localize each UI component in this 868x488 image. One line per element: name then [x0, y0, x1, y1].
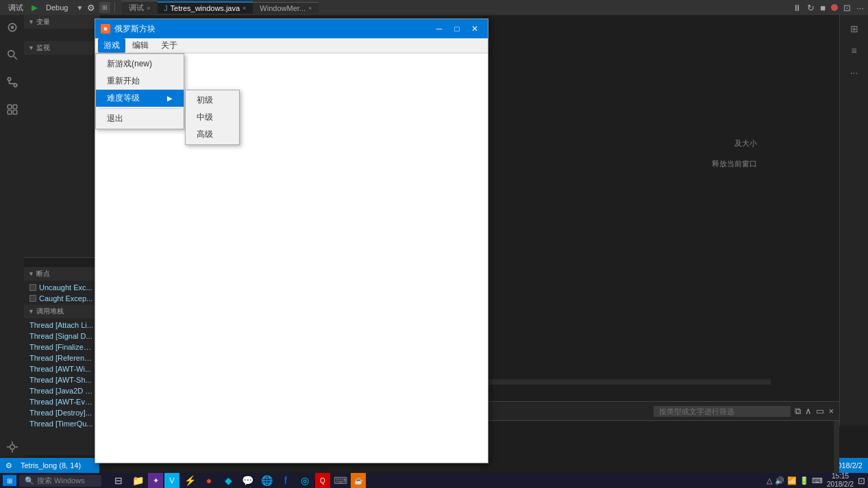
- taskbar-search[interactable]: 🔍 搜索 Windows: [19, 475, 101, 487]
- console-close-icon[interactable]: ×: [828, 406, 834, 416]
- run-button[interactable]: ▶: [32, 3, 38, 12]
- taskbar-item-explorer[interactable]: 📁: [129, 473, 147, 488]
- breakpoints-section: ▼ 断点 Uncaught Exc... Caught Excep...: [24, 267, 99, 308]
- taskbar-java-icon[interactable]: ☕: [351, 473, 366, 488]
- debug-toolbar: 调试 ▶ Debug ▼ ⚙ ⊞ 调试 × J Tetres_windows.j…: [0, 0, 868, 15]
- breakpoint-item-caught[interactable]: Caught Excep...: [24, 293, 99, 304]
- breakpoints-header[interactable]: ▼ 断点: [24, 267, 99, 281]
- debug-config-arrow[interactable]: ▼: [76, 4, 83, 12]
- tab-tetris[interactable]: J Tetres_windows.java ×: [158, 1, 253, 14]
- variables-header[interactable]: ▼ 变量: [24, 15, 99, 29]
- r-icon-1[interactable]: ⊞: [846, 21, 863, 37]
- svg-rect-8: [8, 105, 12, 109]
- taskbar-item-app11[interactable]: ⌨: [332, 473, 349, 488]
- tray-icon-2[interactable]: 🔊: [775, 476, 784, 485]
- taskbar-clock[interactable]: 15:15 2018/2/2: [827, 472, 854, 488]
- maximize-button[interactable]: □: [449, 21, 464, 36]
- stop-icon[interactable]: ■: [820, 3, 826, 13]
- taskbar-items: ⊟ 📁 ✦ V ⚡ ● ◆ 💬 🌐 f ◎ Q ⌨ ☕: [110, 473, 366, 488]
- thread-item-9[interactable]: Thread [TimerQu...: [24, 418, 99, 429]
- taskbar-item-app2[interactable]: V: [164, 473, 179, 488]
- thread-item-3[interactable]: Thread [Referenc...: [24, 352, 99, 363]
- tray-icon-1[interactable]: △: [767, 476, 772, 485]
- menu-difficulty[interactable]: 难度等级 ▶ 初级 中级 高级: [96, 90, 184, 107]
- thread-item-2[interactable]: Thread [Finalizer]...: [24, 342, 99, 352]
- r-icon-2[interactable]: ≡: [846, 42, 863, 59]
- console-scrollbar[interactable]: [834, 421, 839, 474]
- svg-rect-10: [8, 110, 12, 114]
- taskbar-item-app6[interactable]: 💬: [238, 473, 256, 488]
- callstack-arrow: ▼: [28, 308, 34, 315]
- tray-icon-4[interactable]: 🔋: [799, 476, 809, 485]
- thread-item-6[interactable]: Thread [Java2D D...: [24, 385, 99, 396]
- submenu-medium[interactable]: 中级: [186, 109, 239, 126]
- taskbar-item-app5[interactable]: ◆: [219, 473, 237, 488]
- tab-close-windowmer[interactable]: ×: [308, 5, 312, 12]
- menu-new-game[interactable]: 新游戏(new): [96, 55, 184, 73]
- r-icon-3[interactable]: ···: [846, 64, 863, 81]
- taskbar-tray-icons: △ 🔊 📶 🔋 ⌨: [767, 476, 823, 485]
- taskbar-item-app10[interactable]: Q: [315, 473, 330, 488]
- variables-arrow: ▼: [28, 18, 34, 25]
- tray-icon-3[interactable]: 📶: [787, 476, 797, 485]
- bp-checkbox-caught[interactable]: [29, 295, 36, 302]
- more-icon[interactable]: ···: [856, 3, 864, 13]
- taskbar-item-app1[interactable]: ✦: [148, 473, 163, 488]
- console-copy-icon[interactable]: ⧉: [795, 406, 801, 417]
- tab-close-tetris[interactable]: ×: [243, 5, 246, 12]
- svg-point-1: [10, 26, 14, 29]
- sidebar-icon-git[interactable]: [3, 73, 22, 92]
- minimize-button[interactable]: ─: [432, 21, 447, 36]
- menu-item-about[interactable]: 关于: [156, 38, 183, 53]
- sidebar-icon-extra[interactable]: [3, 437, 22, 457]
- start-button[interactable]: ⊞: [3, 475, 16, 486]
- taskbar-item-app9[interactable]: ◎: [296, 473, 314, 488]
- pause-icon[interactable]: ⏸: [793, 3, 802, 13]
- menu-item-edit[interactable]: 编辑: [127, 38, 154, 53]
- thread-item-5[interactable]: Thread [AWT-Sh...: [24, 374, 99, 385]
- svg-line-3: [14, 56, 17, 60]
- close-button[interactable]: ✕: [467, 21, 482, 36]
- layout-icon[interactable]: ⊞: [99, 2, 110, 13]
- sidebar-icon-search[interactable]: [3, 45, 22, 64]
- taskbar-item-task[interactable]: ⊟: [110, 473, 127, 488]
- monitor-header[interactable]: ▼ 监视: [24, 41, 99, 55]
- taskbar-item-app4[interactable]: ●: [200, 473, 218, 488]
- tab-debug[interactable]: 调试 ×: [122, 1, 157, 14]
- callstack-header[interactable]: ▼ 调用堆栈: [24, 305, 99, 318]
- menu-item-game[interactable]: 游戏: [98, 38, 125, 53]
- settings-icon[interactable]: ⚙: [87, 3, 95, 13]
- tray-notification[interactable]: ⊡: [858, 476, 865, 486]
- thread-item-1[interactable]: Thread [Signal D...: [24, 331, 99, 342]
- game-menu-bar: 游戏 编辑 关于: [95, 38, 488, 53]
- thread-item-0[interactable]: Thread [Attach Li...: [24, 320, 99, 331]
- tab-close-debug[interactable]: ×: [147, 5, 150, 12]
- submenu-easy[interactable]: 初级: [186, 92, 239, 109]
- menu-restart[interactable]: 重新开始: [96, 73, 184, 90]
- toolbar-right-icons: ⏸ ↻ ■ ⊡ ···: [793, 3, 864, 13]
- debug-tab[interactable]: 调试: [4, 2, 27, 14]
- taskbar-item-app3[interactable]: ⚡: [181, 473, 199, 488]
- taskbar-item-app8[interactable]: f: [277, 473, 295, 488]
- console-filter-input[interactable]: [654, 406, 791, 417]
- sidebar-icon-extensions[interactable]: [3, 100, 22, 119]
- sidebar-icon-debug[interactable]: [3, 18, 22, 37]
- tab-windowmer[interactable]: WindowMer... ×: [253, 2, 319, 14]
- refresh-icon[interactable]: ↻: [807, 3, 815, 13]
- console-panel-icon[interactable]: ▭: [816, 406, 824, 416]
- callstack-section: ▼ 调用堆栈 Thread [Attach Li... Thread [Sign…: [24, 305, 99, 455]
- right-icon-bar: ⊞ ≡ ···: [839, 15, 868, 426]
- bp-checkbox-uncaught[interactable]: [29, 284, 36, 291]
- breakpoint-item-uncaught[interactable]: Uncaught Exc...: [24, 282, 99, 293]
- tray-icon-5[interactable]: ⌨: [812, 476, 823, 485]
- thread-item-7[interactable]: Thread [AWT-Eve...: [24, 396, 99, 407]
- difficulty-submenu: 初级 中级 高级: [185, 90, 240, 145]
- expand-icon[interactable]: ⊡: [843, 3, 851, 13]
- context-menu: 新游戏(new) 重新开始 难度等级 ▶ 初级 中级 高级 退出: [95, 53, 184, 129]
- taskbar-item-app7[interactable]: 🌐: [258, 473, 275, 488]
- console-up-icon[interactable]: ∧: [805, 406, 812, 416]
- menu-exit[interactable]: 退出: [96, 110, 184, 127]
- thread-item-4[interactable]: Thread [AWT-Wi...: [24, 363, 99, 374]
- thread-item-8[interactable]: Thread [Destroy]...: [24, 407, 99, 418]
- submenu-hard[interactable]: 高级: [186, 126, 239, 143]
